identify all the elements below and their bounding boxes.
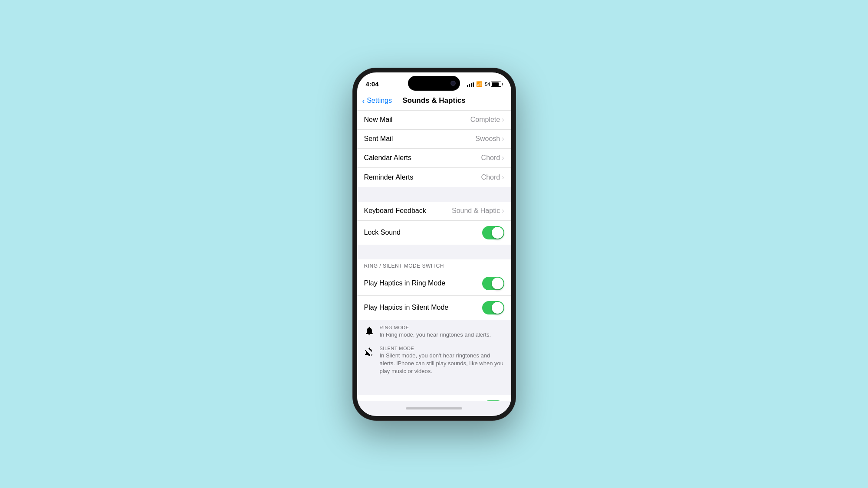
new-mail-label: New Mail <box>364 116 393 124</box>
ring-mode-text: RING MODE In Ring mode, you hear rington… <box>380 325 504 339</box>
back-arrow-icon: ‹ <box>362 96 365 106</box>
sound-settings-section: New Mail Complete › Sent Mail Swoosh › C… <box>357 111 511 187</box>
battery-level: 54 <box>485 82 490 87</box>
keyboard-feedback-row[interactable]: Keyboard Feedback Sound & Haptic › <box>357 202 511 221</box>
gap-3 <box>357 380 511 395</box>
silent-mode-title: SILENT MODE <box>380 346 504 351</box>
battery-icon: 54 <box>485 82 502 87</box>
new-mail-row[interactable]: New Mail Complete › <box>357 111 511 130</box>
dynamic-island <box>408 76 460 91</box>
reminder-alerts-value: Chord › <box>481 174 504 181</box>
lock-sound-toggle-knob <box>492 227 503 239</box>
system-haptics-row: System Haptics <box>357 395 511 401</box>
haptics-ring-label: Play Haptics in Ring Mode <box>364 279 446 287</box>
calendar-alerts-label: Calendar Alerts <box>364 154 411 162</box>
sent-mail-row[interactable]: Sent Mail Swoosh › <box>357 130 511 149</box>
bell-icon <box>364 326 375 336</box>
lock-sound-label: Lock Sound <box>364 229 401 236</box>
haptics-ring-row: Play Haptics in Ring Mode <box>357 272 511 296</box>
system-haptics-toggle[interactable] <box>482 400 504 401</box>
reminder-alerts-label: Reminder Alerts <box>364 174 414 181</box>
back-label: Settings <box>367 97 392 105</box>
keyboard-feedback-chevron: › <box>502 207 504 215</box>
keyboard-feedback-label: Keyboard Feedback <box>364 207 426 215</box>
silent-mode-info: SILENT MODE In Silent mode, you don't he… <box>357 344 511 381</box>
ring-silent-section: RING / SILENT MODE SWITCH Play Haptics i… <box>357 259 511 320</box>
page-title: Sounds & Haptics <box>402 96 465 105</box>
camera-dot <box>450 81 456 86</box>
reminder-alerts-chevron: › <box>502 174 504 181</box>
status-time: 4:04 <box>366 80 379 88</box>
silent-mode-desc: In Silent mode, you don't hear ringtones… <box>380 352 504 376</box>
back-button[interactable]: ‹ Settings <box>362 96 392 106</box>
gap-2 <box>357 245 511 259</box>
haptics-silent-label: Play Haptics in Silent Mode <box>364 304 449 311</box>
gap-1 <box>357 187 511 202</box>
lock-sound-row: Lock Sound <box>357 221 511 245</box>
new-mail-chevron: › <box>502 116 504 124</box>
content-area: New Mail Complete › Sent Mail Swoosh › C… <box>357 111 511 401</box>
home-bar <box>406 407 462 409</box>
sent-mail-value: Swoosh › <box>475 135 504 143</box>
reminder-alerts-row[interactable]: Reminder Alerts Chord › <box>357 168 511 187</box>
calendar-alerts-row[interactable]: Calendar Alerts Chord › <box>357 149 511 168</box>
ring-mode-info: RING MODE In Ring mode, you hear rington… <box>357 320 511 344</box>
keyboard-feedback-value: Sound & Haptic › <box>452 207 504 215</box>
silent-mode-text: SILENT MODE In Silent mode, you don't he… <box>380 346 504 376</box>
status-icons: 📶 54 <box>467 81 503 87</box>
phone-frame: 4:04 📶 54 ‹ Settings <box>353 68 516 420</box>
haptics-ring-knob <box>492 278 503 289</box>
lock-sound-toggle[interactable] <box>482 226 504 239</box>
calendar-alerts-value: Chord › <box>481 154 504 162</box>
bell-slash-icon <box>364 347 375 357</box>
new-mail-value: Complete › <box>470 116 504 124</box>
haptics-ring-toggle[interactable] <box>482 277 504 290</box>
nav-bar: ‹ Settings Sounds & Haptics <box>357 92 511 111</box>
signal-icon <box>467 82 474 87</box>
haptics-silent-knob <box>492 302 503 314</box>
haptics-silent-toggle[interactable] <box>482 301 504 314</box>
sent-mail-chevron: › <box>502 135 504 143</box>
system-haptics-section: System Haptics <box>357 395 511 401</box>
ring-silent-header: RING / SILENT MODE SWITCH <box>357 259 511 272</box>
home-indicator <box>357 401 511 416</box>
haptics-silent-row: Play Haptics in Silent Mode <box>357 296 511 320</box>
ring-mode-desc: In Ring mode, you hear ringtones and ale… <box>380 331 504 339</box>
feedback-section: Keyboard Feedback Sound & Haptic › Lock … <box>357 202 511 245</box>
wifi-icon: 📶 <box>476 81 483 87</box>
calendar-alerts-chevron: › <box>502 154 504 162</box>
ring-mode-title: RING MODE <box>380 325 504 330</box>
sent-mail-label: Sent Mail <box>364 135 393 143</box>
